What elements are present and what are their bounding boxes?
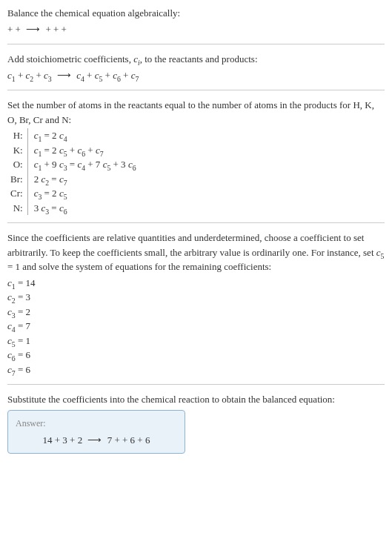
- divider: [7, 222, 385, 223]
- coeff-list: c1 = 14 c2 = 3 c3 = 2 c4 = 7 c5 = 1 c6 =…: [7, 276, 385, 377]
- c5n: 5: [381, 251, 385, 259]
- n7: 7: [135, 74, 139, 82]
- arrow-icon: ⟶: [23, 24, 43, 35]
- stoich-text-pre: Add stoichiometric coefficients,: [7, 53, 133, 64]
- divider: [7, 384, 385, 385]
- solve-pre: Since the coefficients are relative quan…: [7, 232, 376, 258]
- table-row: Br: 2 c2 = c7: [7, 172, 139, 187]
- plus: +: [36, 70, 44, 81]
- table-row: H: c1 = 2 c4: [7, 128, 139, 143]
- divider: [7, 44, 385, 44]
- atom-label-h: H:: [7, 128, 27, 143]
- atom-table: H: c1 = 2 c4 K: c1 = 2 c5 + c6 + c7 O: c…: [7, 128, 139, 215]
- atom-eq-br: 2 c2 = c7: [27, 172, 139, 187]
- atom-label-k: K:: [7, 143, 27, 158]
- list-item: c2 = 3: [7, 290, 385, 305]
- solve-section: Since the coefficients are relative quan…: [7, 231, 385, 377]
- stoich-text-post: , to the reactants and products:: [140, 53, 258, 64]
- solve-post: = 1 and solve the system of equations fo…: [7, 261, 271, 272]
- answer-eq-pre: 14 + 3 + 2: [43, 434, 85, 446]
- plus: +: [123, 70, 131, 81]
- intro-eq-pre: + +: [7, 24, 23, 35]
- n6: 6: [117, 74, 121, 82]
- intro-section: Balance the chemical equation algebraica…: [7, 6, 385, 36]
- list-item: c7 = 6: [7, 363, 385, 377]
- atom-eq-k: c1 = 2 c5 + c6 + c7: [27, 143, 139, 158]
- answer-box: Answer: 14 + 3 + 2 ⟶ 7 + + 6 + 6: [7, 410, 185, 454]
- atom-eq-h: c1 = 2 c4: [27, 128, 139, 143]
- stoich-intro: Add stoichiometric coefficients, ci, to …: [7, 52, 385, 67]
- intro-equation: + + ⟶ + + +: [7, 22, 385, 37]
- n1: 1: [12, 74, 16, 82]
- divider: [7, 90, 385, 90]
- n5: 5: [99, 74, 102, 82]
- atom-label-o: O:: [7, 157, 27, 172]
- answer-equation: 14 + 3 + 2 ⟶ 7 + + 6 + 6: [16, 433, 177, 448]
- plus: +: [87, 70, 95, 81]
- atom-label-br: Br:: [7, 172, 27, 187]
- table-row: O: c1 + 9 c3 = c4 + 7 c5 + 3 c6: [7, 157, 139, 172]
- atom-label-cr: Cr:: [7, 186, 27, 201]
- stoich-equation: c1 + c2 + c3 ⟶ c4 + c5 + c6 + c7: [7, 68, 385, 83]
- substitute-section: Substitute the coefficients into the che…: [7, 392, 385, 454]
- answer-label: Answer:: [16, 417, 177, 430]
- list-item: c5 = 1: [7, 334, 385, 348]
- plus: +: [18, 70, 26, 81]
- n2: 2: [30, 74, 33, 82]
- table-row: Cr: c3 = 2 c5: [7, 186, 139, 201]
- atom-eq-o: c1 + 9 c3 = c4 + 7 c5 + 3 c6: [27, 157, 139, 172]
- atoms-section: Set the number of atoms in the reactants…: [7, 98, 385, 215]
- solve-para: Since the coefficients are relative quan…: [7, 231, 385, 274]
- list-item: c1 = 14: [7, 276, 385, 291]
- intro-eq-post: + + +: [45, 24, 67, 35]
- list-item: c6 = 6: [7, 348, 385, 363]
- atom-eq-cr: c3 = 2 c5: [27, 186, 139, 201]
- n3: 3: [48, 74, 52, 82]
- atom-eq-n: 3 c3 = c6: [27, 201, 139, 216]
- list-item: c3 = 2: [7, 305, 385, 320]
- table-row: K: c1 = 2 c5 + c6 + c7: [7, 143, 139, 158]
- substitute-para: Substitute the coefficients into the che…: [7, 392, 385, 407]
- arrow-icon: ⟶: [84, 434, 104, 446]
- atoms-intro: Set the number of atoms in the reactants…: [7, 98, 385, 127]
- intro-line1: Balance the chemical equation algebraica…: [7, 6, 385, 21]
- answer-eq-post: 7 + + 6 + 6: [107, 434, 150, 446]
- table-row: N: 3 c3 = c6: [7, 201, 139, 216]
- n4: 4: [81, 74, 84, 82]
- arrow-icon: ⟶: [54, 70, 74, 81]
- plus: +: [105, 70, 113, 81]
- atom-label-n: N:: [7, 201, 27, 216]
- list-item: c4 = 7: [7, 319, 385, 334]
- stoich-section: Add stoichiometric coefficients, ci, to …: [7, 52, 385, 82]
